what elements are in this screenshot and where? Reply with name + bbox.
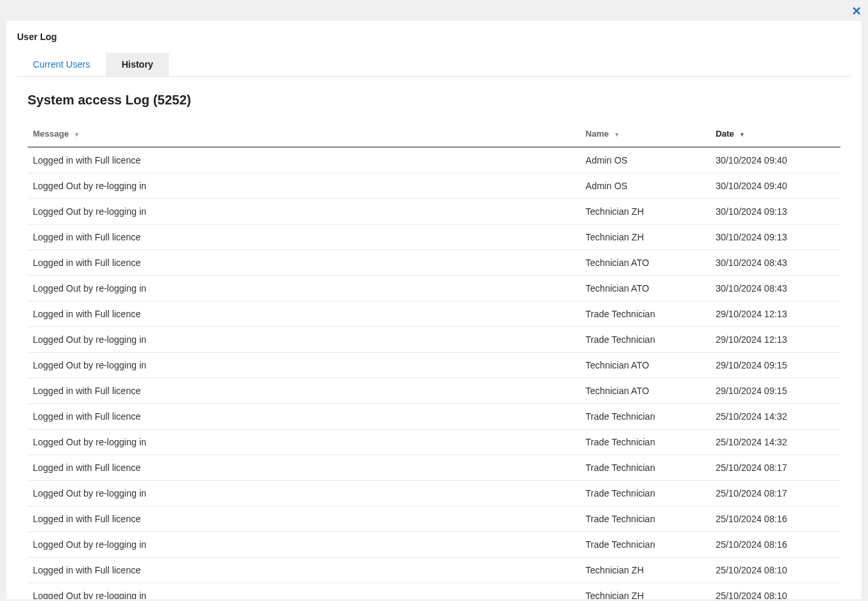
- tab-history[interactable]: History: [106, 53, 169, 76]
- cell-name: Trade Technician: [580, 532, 710, 558]
- table-row: Logged in with Full licenceTechnician ZH…: [28, 558, 840, 583]
- table-row: Logged Out by re-logging inTechnician ZH…: [28, 199, 840, 225]
- table-row: Logged in with Full licenceAdmin OS30/10…: [28, 147, 840, 173]
- table-row: Logged Out by re-logging inTrade Technic…: [28, 327, 840, 353]
- cell-message: Logged Out by re-logging in: [28, 583, 580, 600]
- cell-date: 25/10/2024 14:32: [710, 404, 840, 430]
- cell-date: 30/10/2024 09:13: [710, 199, 840, 225]
- cell-message: Logged Out by re-logging in: [28, 353, 580, 378]
- table-row: Logged Out by re-logging inTrade Technic…: [28, 532, 840, 558]
- cell-date: 30/10/2024 09:13: [710, 225, 840, 250]
- cell-name: Technician ATO: [580, 276, 710, 301]
- cell-date: 25/10/2024 08:17: [710, 455, 840, 481]
- table-row: Logged Out by re-logging inTrade Technic…: [28, 430, 840, 455]
- cell-date: 25/10/2024 08:10: [710, 583, 840, 600]
- tab-current-users[interactable]: Current Users: [17, 53, 106, 76]
- column-header-name[interactable]: Name ▼: [580, 121, 710, 147]
- cell-name: Trade Technician: [580, 506, 710, 532]
- cell-name: Technician ZH: [580, 583, 710, 600]
- cell-message: Logged in with Full licence: [28, 250, 580, 276]
- cell-name: Technician ZH: [580, 225, 710, 250]
- cell-date: 30/10/2024 08:43: [710, 276, 840, 301]
- cell-name: Technician ATO: [580, 378, 710, 404]
- cell-name: Technician ATO: [580, 250, 710, 276]
- cell-message: Logged Out by re-logging in: [28, 173, 580, 199]
- cell-message: Logged Out by re-logging in: [28, 327, 580, 353]
- column-label: Name: [586, 129, 609, 139]
- cell-message: Logged in with Full licence: [28, 404, 580, 430]
- table-row: Logged in with Full licenceTechnician ZH…: [28, 225, 840, 250]
- column-label: Date: [716, 129, 734, 139]
- column-header-date[interactable]: Date ▼: [710, 121, 840, 147]
- cell-message: Logged Out by re-logging in: [28, 276, 580, 301]
- cell-name: Technician ZH: [580, 558, 710, 583]
- cell-message: Logged Out by re-logging in: [28, 532, 580, 558]
- cell-date: 25/10/2024 08:16: [710, 532, 840, 558]
- cell-message: Logged Out by re-logging in: [28, 430, 580, 455]
- cell-name: Trade Technician: [580, 430, 710, 455]
- table-header-row: Message ▼ Name ▼ Date ▼: [28, 121, 840, 147]
- table-row: Logged in with Full licenceTrade Technic…: [28, 404, 840, 430]
- cell-name: Trade Technician: [580, 327, 710, 353]
- cell-date: 29/10/2024 09:15: [710, 378, 840, 404]
- table-row: Logged in with Full licenceTrade Technic…: [28, 301, 840, 327]
- cell-name: Admin OS: [580, 173, 710, 199]
- cell-name: Trade Technician: [580, 301, 710, 327]
- cell-date: 25/10/2024 08:10: [710, 558, 840, 583]
- section-heading: System access Log (5252): [28, 93, 851, 108]
- cell-message: Logged in with Full licence: [28, 225, 580, 250]
- table-row: Logged Out by re-logging inTechnician AT…: [28, 353, 840, 378]
- cell-name: Trade Technician: [580, 481, 710, 506]
- content-scroll-area[interactable]: User Log Current Users History System ac…: [7, 21, 861, 599]
- table-row: Logged Out by re-logging inAdmin OS30/10…: [28, 173, 840, 199]
- cell-date: 29/10/2024 12:13: [710, 301, 840, 327]
- cell-message: Logged Out by re-logging in: [28, 199, 580, 225]
- content-inner: User Log Current Users History System ac…: [7, 21, 861, 599]
- sort-arrow-icon: ▼: [614, 131, 620, 138]
- top-bar: ✕: [0, 0, 868, 21]
- log-table: Message ▼ Name ▼ Date ▼ Logged in with F…: [28, 121, 840, 599]
- cell-message: Logged in with Full licence: [28, 378, 580, 404]
- cell-message: Logged Out by re-logging in: [28, 481, 580, 506]
- cell-message: Logged in with Full licence: [28, 506, 580, 532]
- cell-message: Logged in with Full licence: [28, 147, 580, 173]
- cell-date: 30/10/2024 09:40: [710, 147, 840, 173]
- cell-name: Technician ZH: [580, 199, 710, 225]
- sort-arrow-icon: ▼: [739, 131, 745, 138]
- table-row: Logged in with Full licenceTechnician AT…: [28, 378, 840, 404]
- cell-date: 29/10/2024 12:13: [710, 327, 840, 353]
- page-title: User Log: [17, 32, 851, 42]
- table-row: Logged Out by re-logging inTechnician ZH…: [28, 583, 840, 600]
- table-row: Logged in with Full licenceTechnician AT…: [28, 250, 840, 276]
- cell-date: 25/10/2024 08:17: [710, 481, 840, 506]
- cell-date: 25/10/2024 14:32: [710, 430, 840, 455]
- cell-date: 30/10/2024 09:40: [710, 173, 840, 199]
- table-row: Logged in with Full licenceTrade Technic…: [28, 455, 840, 481]
- table-row: Logged Out by re-logging inTrade Technic…: [28, 481, 840, 506]
- cell-message: Logged in with Full licence: [28, 455, 580, 481]
- column-label: Message: [33, 129, 69, 139]
- cell-date: 29/10/2024 09:15: [710, 353, 840, 378]
- cell-name: Technician ATO: [580, 353, 710, 378]
- cell-date: 25/10/2024 08:16: [710, 506, 840, 532]
- tabs: Current Users History: [17, 53, 851, 77]
- cell-message: Logged in with Full licence: [28, 301, 580, 327]
- cell-message: Logged in with Full licence: [28, 558, 580, 583]
- close-icon[interactable]: ✕: [852, 5, 861, 17]
- table-row: Logged in with Full licenceTrade Technic…: [28, 506, 840, 532]
- table-row: Logged Out by re-logging inTechnician AT…: [28, 276, 840, 301]
- cell-name: Trade Technician: [580, 455, 710, 481]
- sort-arrow-icon: ▼: [74, 131, 80, 138]
- column-header-message[interactable]: Message ▼: [28, 121, 580, 147]
- cell-name: Trade Technician: [580, 404, 710, 430]
- cell-date: 30/10/2024 08:43: [710, 250, 840, 276]
- cell-name: Admin OS: [580, 147, 710, 173]
